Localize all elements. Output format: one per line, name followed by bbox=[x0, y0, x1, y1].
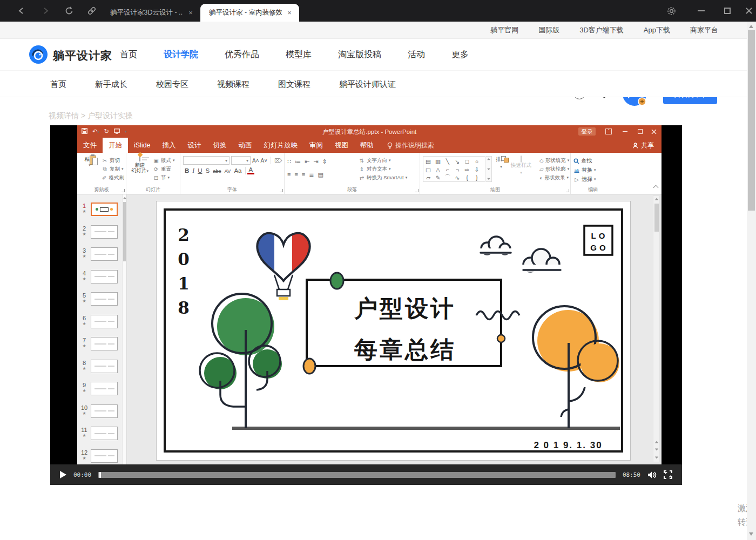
minimize-window-icon[interactable] bbox=[696, 5, 706, 16]
mini-bar bbox=[108, 366, 114, 367]
subnav-item[interactable]: 图文课程 bbox=[278, 79, 310, 90]
browser-tab[interactable]: 躺平设计家 - 室内装修效...× bbox=[200, 4, 299, 22]
paragraph-icon: ⇕ bbox=[322, 158, 327, 165]
ppt-ribbon-tab: 设计 bbox=[182, 138, 207, 153]
sub-navbar: 首页新手成长校园专区视频课程图文课程躺平设计师认证 bbox=[0, 70, 756, 97]
subnav-item[interactable]: 首页 bbox=[50, 79, 66, 90]
paragraph-icon: ⇥ bbox=[313, 158, 318, 165]
topbar-link[interactable]: App下载 bbox=[644, 25, 670, 35]
separator bbox=[245, 167, 246, 174]
nav-item[interactable]: 优秀作品 bbox=[225, 49, 259, 60]
fullscreen-icon[interactable] bbox=[664, 470, 672, 479]
select-button: ▷选择▾ bbox=[573, 176, 613, 183]
slide-thumbnail-preview bbox=[91, 337, 118, 350]
shapes-gallery-scroll bbox=[486, 156, 492, 182]
scroll-down-icon[interactable] bbox=[749, 532, 753, 536]
close-window-icon[interactable] bbox=[744, 5, 754, 16]
video-player[interactable]: ↶▾ ↻ ▾ 户型设计章总结.pptx - PowerPoint 登录 ⌃ 文件… bbox=[50, 125, 682, 485]
playhead[interactable] bbox=[99, 472, 101, 478]
slide-canvas: 2 0 1 8 bbox=[157, 201, 630, 460]
replace-icon: ab bbox=[573, 168, 580, 173]
ppt-maximize-icon bbox=[634, 125, 645, 138]
video-controls-bar: 00:00 08:50 bbox=[50, 464, 682, 485]
font-buttons-row: BIUSabcAVAaA bbox=[183, 167, 282, 174]
text-direction-icon: ⇅ bbox=[359, 158, 365, 164]
subnav-item[interactable]: 新手成长 bbox=[95, 79, 127, 90]
mini-bar bbox=[108, 254, 114, 255]
slide-thumbnail: 1★ bbox=[77, 202, 123, 217]
duration: 08:50 bbox=[623, 471, 640, 478]
nav-item[interactable]: 模型库 bbox=[286, 49, 312, 60]
thumbnail-meta: 10★ bbox=[80, 404, 89, 418]
shape-glyph: ○ bbox=[474, 158, 480, 165]
play-button[interactable] bbox=[60, 471, 66, 478]
thumbnail-meta: 7★ bbox=[80, 337, 89, 351]
subnav-item[interactable]: 视频课程 bbox=[217, 79, 249, 90]
current-time: 00:00 bbox=[73, 471, 91, 478]
subnav-item[interactable]: 躺平设计师认证 bbox=[339, 79, 396, 90]
tab-title: 躺平设计家3D云设计 - ... bbox=[110, 8, 183, 17]
mini-bar bbox=[108, 433, 114, 434]
ppt-document-title: 户型设计章总结.pptx - PowerPoint bbox=[77, 128, 662, 136]
nav-item[interactable]: 活动 bbox=[408, 49, 425, 60]
tab-close-icon[interactable]: × bbox=[285, 9, 294, 17]
link-icon[interactable] bbox=[86, 5, 97, 16]
browser-titlebar: 躺平设计家3D云设计 - ...×躺平设计家 - 室内装修效...× bbox=[0, 0, 756, 22]
settings-gear-icon[interactable] bbox=[666, 5, 677, 16]
slide-number: 8 bbox=[80, 360, 89, 366]
scroll-up-icon[interactable] bbox=[749, 25, 753, 28]
mini-bar bbox=[108, 231, 114, 232]
mini-green-dot bbox=[96, 208, 98, 211]
slide-thumbnail-preview bbox=[91, 270, 118, 284]
brand-logo[interactable]: 躺平设计家 bbox=[29, 45, 112, 66]
scrollbar-thumb[interactable] bbox=[748, 30, 755, 211]
grow-font-icon: A˄ bbox=[252, 158, 259, 164]
refresh-icon[interactable] bbox=[64, 5, 75, 16]
browser-scrollbar[interactable] bbox=[747, 22, 756, 540]
topbar-link[interactable]: 3D客户端下载 bbox=[579, 25, 624, 35]
slide-date: 2 0 1 9. 1. 30 bbox=[534, 440, 602, 450]
topbar-link[interactable]: 商家平台 bbox=[690, 25, 718, 35]
paragraph-icon: ≡ bbox=[294, 171, 298, 178]
font-style-button: A bbox=[247, 167, 255, 174]
slide-number: 11 bbox=[80, 427, 89, 433]
tab-close-icon[interactable]: × bbox=[186, 9, 195, 17]
nav-item[interactable]: 淘宝版投稿 bbox=[338, 49, 381, 60]
progress-bar[interactable] bbox=[98, 472, 616, 478]
ppt-ribbon: 粘贴▾ ✂剪切 ⧉复制▾ ✐格式刷 剪贴板 新建幻灯片▾ ▣版式▾ ⟳重置 bbox=[77, 153, 662, 194]
back-icon[interactable] bbox=[16, 5, 27, 16]
slide-number: 3 bbox=[80, 247, 89, 254]
ppt-ribbon-tab: 文件 bbox=[77, 138, 103, 153]
align-text-button: ⇕对齐文本▾ bbox=[359, 165, 418, 173]
animation-star-icon: ★ bbox=[80, 321, 89, 327]
slide-thumbnail-preview bbox=[91, 449, 118, 463]
topbar-link[interactable]: 国际版 bbox=[538, 25, 559, 35]
breadcrumb[interactable]: 视频详情 > 户型设计实操 bbox=[49, 111, 133, 121]
slide-number: 5 bbox=[80, 292, 89, 299]
maximize-window-icon[interactable] bbox=[722, 5, 733, 16]
topbar-link[interactable]: 躺平官网 bbox=[490, 25, 518, 35]
nav-item[interactable]: 设计学院 bbox=[164, 49, 198, 60]
magnifier-icon bbox=[573, 158, 579, 164]
dialog-launcher-icon bbox=[122, 189, 125, 192]
nav-item[interactable]: 首页 bbox=[120, 49, 137, 60]
shape-row: ▤▥╲↘□○ bbox=[425, 157, 483, 165]
ppt-scrollbar bbox=[653, 195, 660, 462]
browser-tab[interactable]: 躺平设计家3D云设计 - ...× bbox=[102, 4, 200, 22]
subnav-item[interactable]: 校园专区 bbox=[156, 79, 188, 90]
smartart-icon: ⇄ bbox=[359, 175, 365, 181]
forward-icon[interactable] bbox=[40, 5, 51, 16]
slide-number: 7 bbox=[80, 337, 89, 343]
ppt-titlebar: ↶▾ ↻ ▾ 户型设计章总结.pptx - PowerPoint 登录 ⌃ bbox=[77, 125, 662, 138]
shape-effects-button: ◐形状效果▾ bbox=[539, 174, 569, 181]
volume-icon[interactable] bbox=[647, 471, 657, 479]
thumbnail-meta: 12★ bbox=[80, 449, 89, 463]
paragraph-icon: ⇤ bbox=[305, 158, 309, 165]
font-style-button: Aa bbox=[232, 167, 243, 174]
paragraph-icon: ≔ bbox=[295, 158, 301, 165]
slide-thumbnail: 12★ bbox=[77, 449, 123, 463]
paragraph-icon: ≡ bbox=[302, 171, 305, 178]
mini-bar bbox=[94, 455, 106, 456]
nav-item[interactable]: 更多 bbox=[451, 49, 469, 60]
dialog-launcher-icon bbox=[566, 189, 569, 192]
